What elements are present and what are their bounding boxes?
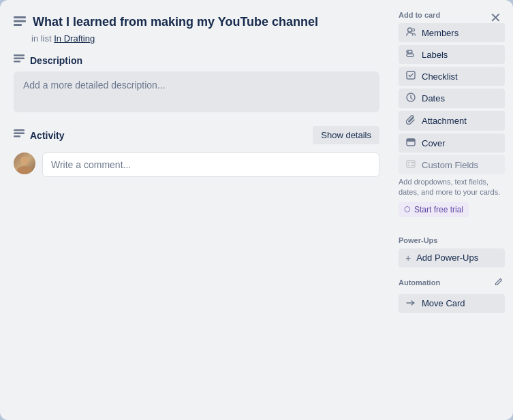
svg-rect-6	[14, 129, 25, 131]
svg-rect-5	[14, 61, 20, 63]
automation-section: Automation Move Card	[399, 276, 505, 313]
comment-placeholder: Write a comment...	[51, 159, 131, 170]
cover-button[interactable]: Cover	[399, 133, 505, 152]
list-link[interactable]: In Drafting	[54, 33, 95, 44]
card-header: What I learned from making my YouTube ch…	[14, 14, 352, 31]
svg-rect-22	[411, 165, 414, 166]
custom-fields-description: Add dropdowns, text fields, dates, and m…	[399, 177, 505, 198]
attachment-button[interactable]: Attachment	[399, 111, 505, 131]
move-card-button[interactable]: Move Card	[399, 294, 505, 313]
add-power-ups-button[interactable]: + Add Power-Ups	[399, 248, 505, 268]
modal-main: What I learned from making my YouTube ch…	[0, 0, 390, 420]
description-placeholder: Add a more detailed description...	[23, 80, 166, 91]
move-card-label: Move Card	[422, 298, 465, 308]
trial-icon: ⬡	[404, 205, 411, 214]
activity-title-group: Activity	[14, 129, 65, 141]
move-card-icon	[405, 298, 416, 309]
checklist-icon	[405, 71, 416, 82]
activity-title: Activity	[30, 130, 65, 141]
avatar-image	[14, 152, 35, 174]
svg-rect-2	[14, 24, 22, 26]
svg-rect-0	[14, 16, 26, 18]
custom-fields-button: Custom Fields	[399, 155, 505, 174]
checklist-label: Checklist	[422, 71, 458, 82]
avatar	[14, 152, 35, 174]
custom-fields-label: Custom Fields	[422, 160, 478, 170]
dates-label: Dates	[422, 93, 445, 103]
svg-point-12	[407, 51, 409, 52]
activity-icon	[14, 129, 25, 141]
description-section: Description Add a more detailed descript…	[14, 54, 379, 112]
dates-button[interactable]: Dates	[399, 88, 505, 108]
power-ups-section: Power-Ups + Add Power-Ups	[399, 236, 505, 268]
start-trial-label: Start free trial	[414, 205, 463, 214]
plus-icon: +	[405, 253, 411, 263]
card-icon	[14, 16, 26, 29]
cover-icon	[405, 138, 416, 148]
svg-rect-17	[407, 139, 415, 142]
svg-point-9	[408, 28, 412, 32]
activity-section: Activity Show details Write a comment...	[14, 126, 379, 177]
modal-sidebar: Add to card Members	[390, 0, 513, 420]
svg-rect-7	[14, 133, 25, 135]
comment-row: Write a comment...	[14, 152, 379, 177]
svg-point-10	[412, 29, 415, 31]
svg-rect-8	[14, 135, 20, 138]
automation-label: Automation	[399, 278, 440, 287]
close-button[interactable]: ✕	[486, 8, 505, 27]
checklist-button[interactable]: Checklist	[399, 67, 505, 86]
automation-header: Automation	[399, 276, 505, 290]
description-input[interactable]: Add a more detailed description...	[14, 71, 379, 112]
description-title: Description	[30, 55, 82, 66]
svg-rect-21	[411, 162, 414, 163]
labels-button[interactable]: Labels	[399, 45, 505, 64]
custom-fields-section: Custom Fields Add dropdowns, text fields…	[399, 155, 505, 217]
custom-fields-icon	[405, 159, 416, 170]
automation-edit-button[interactable]	[493, 276, 505, 290]
power-ups-label: Power-Ups	[399, 236, 505, 244]
card-title: What I learned from making my YouTube ch…	[33, 14, 318, 31]
start-trial-button[interactable]: ⬡ Start free trial	[399, 202, 469, 217]
show-details-button[interactable]: Show details	[313, 126, 379, 144]
dates-icon	[405, 93, 416, 104]
spacer	[399, 228, 505, 236]
activity-header: Activity Show details	[14, 126, 379, 144]
attachment-label: Attachment	[422, 116, 467, 126]
attachment-icon	[405, 115, 416, 127]
card-modal: ✕ What I learned from making my YouTube …	[0, 0, 513, 420]
add-power-ups-label: Add Power-Ups	[416, 253, 478, 263]
svg-rect-14	[407, 71, 415, 79]
card-subtitle: in list In Drafting	[31, 33, 379, 44]
members-icon	[405, 27, 416, 38]
description-header: Description	[14, 54, 379, 66]
labels-icon	[405, 49, 416, 60]
labels-label: Labels	[422, 50, 448, 60]
svg-rect-13	[407, 54, 414, 56]
svg-rect-3	[14, 54, 25, 56]
svg-rect-4	[14, 58, 25, 60]
svg-rect-1	[14, 20, 26, 22]
svg-point-20	[408, 165, 409, 166]
description-icon	[14, 54, 25, 66]
spacer-2	[399, 268, 505, 276]
cover-label: Cover	[422, 138, 446, 148]
svg-rect-18	[407, 161, 415, 167]
members-label: Members	[422, 28, 458, 38]
svg-point-19	[408, 162, 409, 163]
comment-input[interactable]: Write a comment...	[42, 152, 379, 177]
